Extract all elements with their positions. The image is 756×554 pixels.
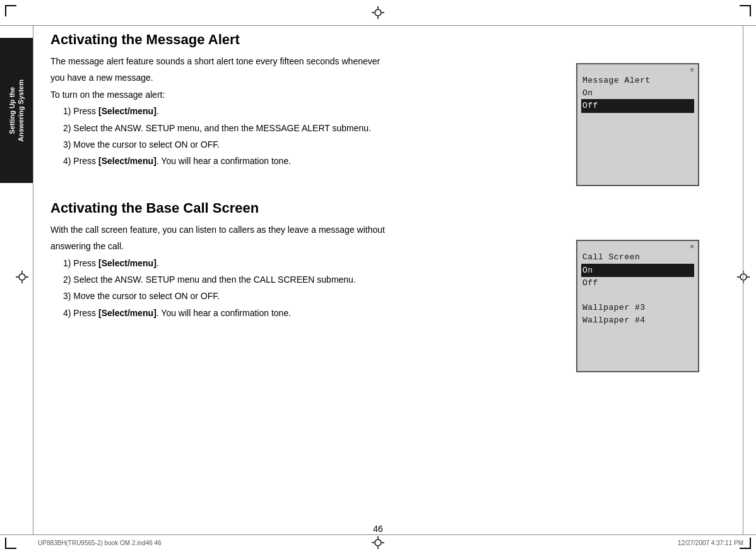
corner-mark-tl [5,5,16,16]
section1-step3: 3) Move the cursor to select ON or OFF. [63,138,505,151]
screen-message-alert-inner: ≡ Message Alert On Off [577,64,698,185]
screen-call-screen-wp3: Wallpaper #3 [582,302,693,314]
svg-point-5 [19,274,25,280]
section1-step2: 2) Select the ANSW. SETUP menu, and then… [63,121,505,135]
screen-call-screen-wp4: Wallpaper #4 [582,314,693,327]
screen-message-alert-content: Message Alert On Off [577,64,698,117]
screen-message-alert-icon: ≡ [690,67,694,74]
screen-call-screen-content: Call Screen On Off Wallpaper #3 Wallpape… [577,241,698,330]
section1-step1: 1) Press [Select/menu]. [63,104,505,118]
section-message-alert: Activating the Message Alert The message… [50,32,505,168]
section2-steps: 1) Press [Select/menu]. 2) Select the AN… [63,256,505,321]
screen-call-screen-icon: ≡ [690,244,694,250]
section2-step1: 1) Press [Select/menu]. [63,256,505,270]
screen-call-screen-title: Call Screen [582,251,693,264]
screen-call-screen-blank [582,290,693,302]
screen-call-screen-off: Off [582,277,693,290]
screen-message-alert-off: Off [581,99,694,113]
crosshair-top [372,6,384,19]
sidebar-tab: Setting Up the Answering System [0,38,33,183]
bottom-divider [0,534,756,535]
screen-call-screen: ≡ Call Screen On Off Wallpaper #3 Wallpa… [576,240,699,372]
screen-message-alert-title: Message Alert [582,74,693,87]
section1-step4: 4) Press [Select/menu]. You will hear a … [63,154,505,168]
svg-point-0 [375,9,381,16]
section2-step2: 2) Select the ANSW. SETUP menu and then … [63,273,505,286]
screen-message-alert: ≡ Message Alert On Off [576,63,699,186]
crosshair-right [737,271,750,283]
section1-intro2: you have a new message. [50,71,505,85]
section1-intro3: To turn on the message alert: [50,88,505,102]
footer-right: 12/27/2007 4:37:11 PM [678,539,743,546]
screen-message-alert-on: On [582,87,693,100]
crosshair-left [16,271,28,283]
section2-step4: 4) Press [Select/menu]. You will hear a … [63,306,505,320]
section2-step3: 3) Move the cursor to select ON or OFF. [63,289,505,303]
section2-body: With the call screen feature, you can li… [50,223,505,320]
screen-call-screen-inner: ≡ Call Screen On Off Wallpaper #3 Wallpa… [577,241,698,371]
screen-call-screen-on: On [581,264,694,278]
section1-steps: 1) Press [Select/menu]. 2) Select the AN… [63,104,505,168]
section2-intro1: With the call screen feature, you can li… [50,223,505,237]
page-number: 46 [373,524,383,534]
svg-point-10 [740,274,747,280]
section2-title: Activating the Base Call Screen [50,200,505,216]
section1-title: Activating the Message Alert [50,32,505,48]
corner-mark-tr [740,5,751,16]
sidebar-label: Setting Up the Answering System [8,80,26,141]
svg-point-15 [375,539,381,546]
footer-left: UP883BH(TRU9565-2) book OM 2.ind46 46 [38,539,162,546]
section1-intro1: The message alert feature sounds a short… [50,54,505,68]
section-call-screen: Activating the Base Call Screen With the… [50,200,505,320]
section1-body: The message alert feature sounds a short… [50,54,505,168]
right-border [743,25,743,535]
corner-mark-bl [5,538,16,549]
crosshair-bottom [372,536,384,549]
section2-intro2: answering the call. [50,239,505,253]
left-border [33,25,33,535]
main-content: Activating the Message Alert The message… [38,25,517,345]
